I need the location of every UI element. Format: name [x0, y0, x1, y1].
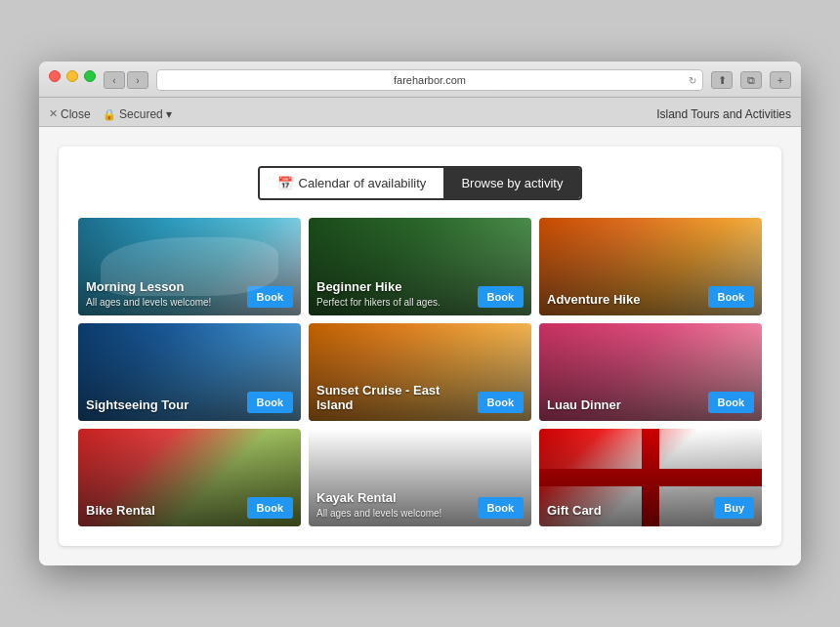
tab-title: Island Tours and Activities — [656, 107, 791, 121]
lock-icon: 🔒 — [103, 108, 116, 120]
calendar-tab-label: Calendar of availability — [299, 176, 427, 190]
activity-card-bike-rental[interactable]: Bike Rental Book — [78, 429, 301, 526]
card-info: Luau Dinner — [547, 397, 708, 413]
card-overlay: Gift Card Buy — [539, 429, 762, 526]
nav-arrows: ‹ › — [104, 71, 148, 89]
card-info: Sunset Cruise - East Island — [316, 383, 478, 413]
maximize-traffic-light[interactable] — [84, 70, 96, 82]
content-area: 📅 Calendar of availability Browse by act… — [39, 127, 801, 565]
card-info: Kayak Rental All ages and levels welcome… — [316, 490, 478, 519]
card-overlay: Beginner Hike Perfect for hikers of all … — [309, 218, 531, 315]
traffic-lights — [49, 70, 96, 90]
card-overlay: Sunset Cruise - East Island Book — [309, 323, 531, 421]
activity-card-beginner-hike[interactable]: Beginner Hike Perfect for hikers of all … — [309, 218, 531, 315]
toggle-group: 📅 Calendar of availability Browse by act… — [258, 166, 583, 200]
book-button-luau-dinner[interactable]: Book — [708, 392, 755, 413]
secured-dropdown-icon: ▾ — [166, 107, 172, 121]
security-indicator: 🔒 Secured ▾ — [103, 107, 172, 121]
url-text: fareharbor.com — [394, 74, 466, 86]
close-label: Close — [61, 107, 91, 121]
back-button[interactable]: ‹ — [104, 71, 125, 89]
card-title: Morning Lesson — [86, 279, 247, 295]
activity-card-luau-dinner[interactable]: Luau Dinner Book — [539, 323, 762, 421]
reload-icon[interactable]: ↻ — [689, 75, 696, 86]
card-title: Sunset Cruise - East Island — [316, 383, 478, 413]
activity-card-morning-lesson[interactable]: Morning Lesson All ages and levels welco… — [78, 218, 301, 315]
address-bar[interactable]: fareharbor.com ↻ — [156, 69, 703, 91]
activity-card-sightseeing-tour[interactable]: Sightseeing Tour Book — [78, 323, 301, 421]
book-button-adventure-hike[interactable]: Book — [708, 286, 755, 308]
card-overlay: Luau Dinner Book — [539, 323, 762, 421]
tab-bar: ✕ Close 🔒 Secured ▾ Island Tours and Act… — [39, 98, 801, 127]
close-traffic-light[interactable] — [49, 70, 61, 82]
calendar-icon: 📅 — [277, 176, 293, 190]
activity-grid: Morning Lesson All ages and levels welco… — [78, 218, 762, 526]
card-overlay: Morning Lesson All ages and levels welco… — [78, 218, 301, 315]
card-title: Adventure Hike — [547, 292, 708, 308]
calendar-tab[interactable]: 📅 Calendar of availability — [260, 168, 444, 198]
widget-container: 📅 Calendar of availability Browse by act… — [59, 146, 781, 546]
buy-button-gift-card[interactable]: Buy — [714, 497, 754, 519]
card-title: Gift Card — [547, 503, 714, 519]
card-info: Sightseeing Tour — [86, 397, 247, 413]
card-overlay: Adventure Hike Book — [539, 218, 762, 315]
card-title: Beginner Hike — [316, 279, 478, 295]
card-subtitle: All ages and levels welcome! — [86, 297, 247, 308]
activity-card-adventure-hike[interactable]: Adventure Hike Book — [539, 218, 762, 315]
new-tab-button[interactable]: ⧉ — [740, 71, 762, 89]
book-button-sightseeing-tour[interactable]: Book — [247, 392, 294, 413]
browser-window: ‹ › fareharbor.com ↻ ⬆ ⧉ + ✕ Close 🔒 Sec… — [39, 62, 801, 565]
card-title: Luau Dinner — [547, 397, 708, 413]
title-bar: ‹ › fareharbor.com ↻ ⬆ ⧉ + — [39, 62, 801, 98]
card-overlay: Sightseeing Tour Book — [78, 323, 301, 421]
close-tab[interactable]: ✕ Close — [49, 107, 91, 121]
minimize-traffic-light[interactable] — [66, 70, 78, 82]
activity-card-gift-card[interactable]: Gift Card Buy — [539, 429, 762, 526]
card-title: Bike Rental — [86, 503, 247, 519]
card-info: Bike Rental — [86, 503, 247, 519]
browse-tab[interactable]: Browse by activity — [443, 168, 580, 198]
card-subtitle: Perfect for hikers of all ages. — [316, 297, 478, 308]
browse-tab-label: Browse by activity — [461, 176, 563, 190]
forward-button[interactable]: › — [127, 71, 148, 89]
card-title: Sightseeing Tour — [86, 397, 247, 413]
activity-card-kayak-rental[interactable]: Kayak Rental All ages and levels welcome… — [309, 429, 531, 526]
book-button-bike-rental[interactable]: Book — [247, 497, 294, 519]
card-info: Adventure Hike — [547, 292, 708, 308]
book-button-kayak-rental[interactable]: Book — [478, 497, 525, 519]
toggle-bar: 📅 Calendar of availability Browse by act… — [78, 166, 762, 200]
card-title: Kayak Rental — [316, 490, 478, 506]
activity-card-sunset-cruise[interactable]: Sunset Cruise - East Island Book — [309, 323, 531, 421]
card-subtitle: All ages and levels welcome! — [316, 508, 478, 519]
book-button-morning-lesson[interactable]: Book — [247, 286, 294, 308]
card-info: Beginner Hike Perfect for hikers of all … — [316, 279, 478, 308]
book-button-sunset-cruise[interactable]: Book — [478, 392, 525, 413]
card-info: Gift Card — [547, 503, 714, 519]
card-info: Morning Lesson All ages and levels welco… — [86, 279, 247, 308]
share-button[interactable]: ⬆ — [711, 71, 733, 89]
add-tab-button[interactable]: + — [770, 71, 791, 89]
book-button-beginner-hike[interactable]: Book — [478, 286, 525, 308]
x-icon: ✕ — [49, 107, 58, 120]
card-overlay: Kayak Rental All ages and levels welcome… — [309, 429, 531, 526]
secured-label: Secured — [119, 107, 163, 121]
card-overlay: Bike Rental Book — [78, 429, 301, 526]
